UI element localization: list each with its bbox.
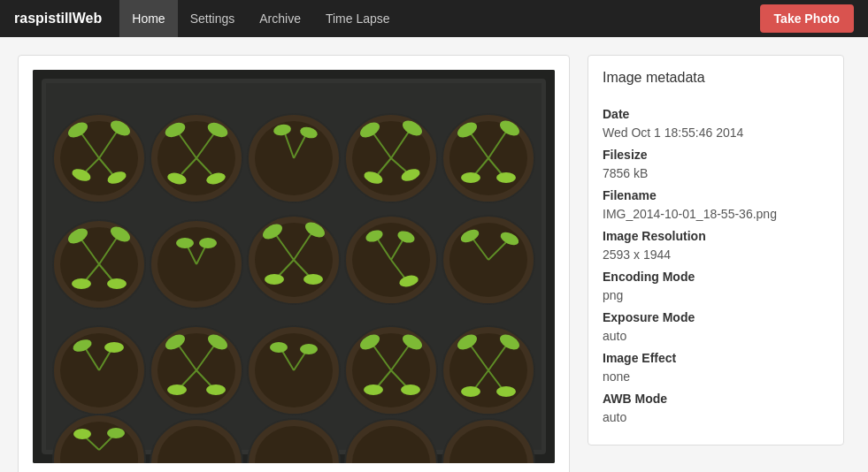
nav-item-settings[interactable]: Settings xyxy=(178,0,248,37)
metadata-panel: Image metadata Date Wed Oct 1 18:55:46 2… xyxy=(588,55,844,445)
take-photo-button[interactable]: Take Photo xyxy=(760,4,854,33)
metadata-label-resolution: Image Resolution xyxy=(603,227,829,246)
metadata-value-exposure: auto xyxy=(603,327,829,346)
metadata-label-filename: Filename xyxy=(603,187,829,205)
nav-item-home[interactable]: Home xyxy=(119,0,177,37)
metadata-row-filename: Filename IMG_2014-10-01_18-55-36.png xyxy=(603,187,829,224)
metadata-value-effect: none xyxy=(603,368,829,386)
metadata-label-awb: AWB Mode xyxy=(603,390,829,408)
metadata-label-date: Date xyxy=(603,105,829,124)
svg-rect-145 xyxy=(33,70,555,463)
nav-items: Home Settings Archive Time Lapse xyxy=(119,0,440,37)
main-content: Image metadata Date Wed Oct 1 18:55:46 2… xyxy=(0,37,868,472)
app-brand: raspistillWeb xyxy=(14,11,102,27)
main-image xyxy=(33,70,555,463)
metadata-value-date: Wed Oct 1 18:55:46 2014 xyxy=(603,124,829,142)
nav-item-archive[interactable]: Archive xyxy=(247,0,313,37)
metadata-row-resolution: Image Resolution 2593 x 1944 xyxy=(603,227,829,264)
metadata-label-encoding: Encoding Mode xyxy=(603,268,829,286)
metadata-label-exposure: Exposure Mode xyxy=(603,308,829,327)
metadata-label-effect: Image Effect xyxy=(603,349,829,368)
metadata-value-filesize: 7856 kB xyxy=(603,164,829,183)
metadata-row-exposure: Exposure Mode auto xyxy=(603,308,829,346)
nav-item-timelapse[interactable]: Time Lapse xyxy=(313,0,403,37)
navbar: raspistillWeb Home Settings Archive Time… xyxy=(0,0,868,37)
metadata-value-awb: auto xyxy=(603,408,829,427)
metadata-row-filesize: Filesize 7856 kB xyxy=(603,146,829,183)
metadata-row-date: Date Wed Oct 1 18:55:46 2014 xyxy=(603,105,829,142)
metadata-row-encoding: Encoding Mode png xyxy=(603,268,829,305)
image-panel xyxy=(18,55,570,472)
metadata-label-filesize: Filesize xyxy=(603,146,829,164)
metadata-value-filename: IMG_2014-10-01_18-55-36.png xyxy=(603,205,829,224)
metadata-value-resolution: 2593 x 1944 xyxy=(603,246,829,264)
metadata-row-effect: Image Effect none xyxy=(603,349,829,386)
metadata-row-awb: AWB Mode auto xyxy=(603,390,829,427)
metadata-title: Image metadata xyxy=(603,70,829,93)
metadata-value-encoding: png xyxy=(603,286,829,305)
